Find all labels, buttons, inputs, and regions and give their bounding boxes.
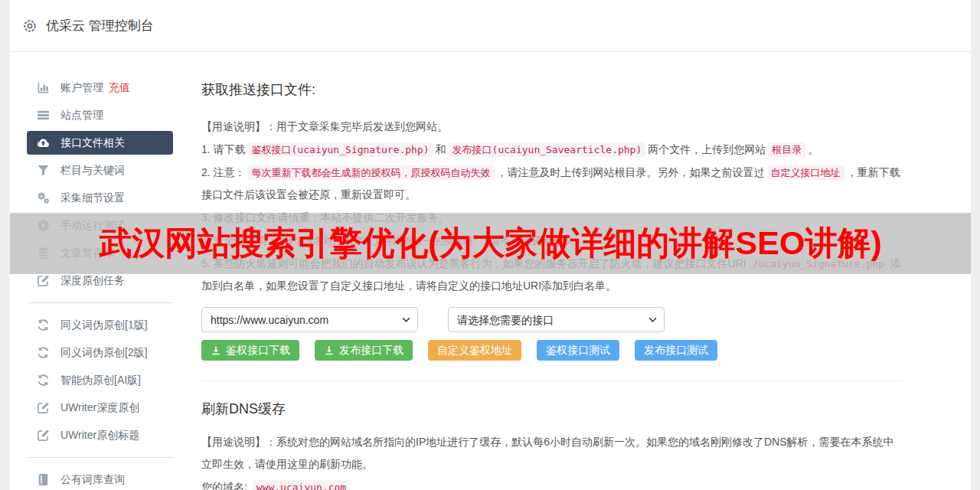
- sidebar-item-label: 公有词库查询: [60, 473, 125, 487]
- promo-banner-overlay: 武汉网站搜索引擎优化(为大家做详细的讲解SEO讲解): [10, 213, 971, 274]
- section-title-interface: 获取推送接口文件:: [201, 80, 903, 99]
- instruction-line-2: 2. 注意：每次重新下载都会生成新的授权码，原授权码自动失效，请注意及时上传到网…: [201, 162, 903, 206]
- code-highlight: 每次重新下载都会生成新的授权码，原授权码自动失效: [248, 165, 495, 180]
- code-highlight: 根目录: [768, 142, 805, 157]
- sidebar-item[interactable]: 同义词伪原创[2版]: [27, 341, 173, 364]
- refresh-icon: [37, 374, 50, 387]
- sidebar-item[interactable]: UWriter原创标题: [27, 423, 173, 447]
- action-button[interactable]: 鉴权接口下载: [201, 340, 299, 361]
- sidebar-item-label: 同义词伪原创[2版]: [60, 346, 148, 360]
- instruction-line-1: 1. 请下载鉴权接口(ucaiyun_Signature.php)和发布接口(u…: [201, 139, 903, 161]
- text-segment: 两个文件，上传到您网站: [648, 143, 766, 155]
- app-header: 优采云 管理控制台: [10, 0, 971, 52]
- edit-icon: [37, 429, 50, 442]
- text-segment: 2. 注意：: [201, 166, 246, 178]
- action-button[interactable]: 发布接口测试: [635, 340, 717, 361]
- sidebar-item[interactable]: 栏目与关键词: [27, 158, 173, 182]
- dns-usage-note: 【用途说明】：系统对您的网站域名所指向的IP地址进行了缓存，默认每6小时自动刷新…: [201, 431, 903, 475]
- app-title: 优采云 管理控制台: [46, 17, 154, 34]
- sidebar-divider: [28, 302, 173, 303]
- refresh-icon: [37, 346, 50, 359]
- select-wrap: 请选择您需要的接口: [448, 307, 665, 332]
- text-segment: 您的域名:: [201, 481, 250, 490]
- gears-icon: [37, 191, 50, 204]
- interface-select[interactable]: 请选择您需要的接口: [448, 307, 665, 332]
- action-button[interactable]: 鉴权接口测试: [537, 340, 619, 361]
- section-divider: [201, 381, 903, 381]
- code-highlight: www.ucaiyun.com: [253, 480, 350, 490]
- sidebar-item[interactable]: 同义词伪原创[1版]: [27, 313, 173, 337]
- button-label: 发布接口下载: [339, 344, 403, 358]
- sidebar-item-label: 深度原创任务: [60, 274, 125, 288]
- download-icon: [324, 345, 335, 356]
- edit-icon: [37, 401, 50, 414]
- sidebar-item[interactable]: UWriter深度原创: [27, 396, 173, 420]
- sidebar-item-label: UWriter原创标题: [60, 429, 139, 443]
- site-select[interactable]: https://www.ucaiyun.com: [201, 307, 418, 332]
- interface-buttons: 鉴权接口下载发布接口下载自定义鉴权地址鉴权接口测试发布接口测试: [201, 340, 903, 361]
- recharge-badge[interactable]: 充值: [109, 81, 130, 95]
- sidebar-item-label: 栏目与关键词: [60, 164, 125, 178]
- sidebar-item-label: 站点管理: [60, 109, 103, 122]
- action-button[interactable]: 发布接口下载: [315, 340, 413, 361]
- text-segment: 1. 请下载: [201, 143, 246, 155]
- sidebar-item-label: 接口文件相关: [60, 136, 125, 150]
- code-highlight: 自定义接口地址: [767, 165, 844, 180]
- button-label: 发布接口测试: [644, 344, 708, 358]
- refresh-icon: [37, 318, 50, 332]
- button-label: 鉴权接口下载: [226, 344, 290, 358]
- gear-icon: [22, 18, 38, 34]
- edit-icon: [37, 274, 50, 287]
- button-label: 自定义鉴权地址: [437, 344, 512, 358]
- sidebar-item[interactable]: 账户管理充值: [27, 76, 173, 100]
- sidebar-divider: [28, 457, 173, 458]
- sidebar-item-label: 智能伪原创[AI版]: [60, 374, 141, 387]
- filter-icon: [37, 164, 50, 177]
- section-title-dns: 刷新DNS缓存: [201, 400, 903, 418]
- text-segment: ，请注意及时上传到网站根目录。另外，如果之前设置过: [497, 166, 765, 178]
- bar-chart-icon: [37, 81, 50, 94]
- list-icon: [37, 109, 50, 122]
- usage-note: 【用途说明】：用于文章采集完毕后发送到您网站。: [201, 116, 903, 138]
- button-label: 鉴权接口测试: [546, 344, 610, 358]
- promo-banner-text: 武汉网站搜索引擎优化(为大家做详细的讲解SEO讲解): [99, 221, 881, 266]
- sidebar-item[interactable]: 采集细节设置: [27, 186, 173, 210]
- sidebar-item[interactable]: 公有词库查询: [27, 468, 173, 490]
- domain-line: 您的域名: www.ucaiyun.com: [201, 476, 903, 490]
- cloud-upload-icon: [37, 136, 50, 149]
- sidebar-item[interactable]: 站点管理: [27, 103, 173, 127]
- code-highlight: 发布接口(ucaiyun_Savearticle.php): [449, 142, 646, 157]
- code-highlight: 鉴权接口(ucaiyun_Signature.php): [248, 142, 433, 157]
- book-icon: [37, 473, 50, 486]
- text-segment: 。: [808, 143, 818, 155]
- sidebar-item[interactable]: 智能伪原创[AI版]: [27, 368, 173, 392]
- sidebar-item[interactable]: 接口文件相关: [27, 131, 173, 155]
- download-icon: [211, 345, 221, 356]
- sidebar-item-label: 同义词伪原创[1版]: [60, 318, 148, 332]
- interface-selects: https://www.ucaiyun.com请选择您需要的接口: [201, 307, 903, 332]
- select-wrap: https://www.ucaiyun.com: [201, 307, 418, 332]
- sidebar-item-label: 采集细节设置: [60, 191, 125, 205]
- action-button[interactable]: 自定义鉴权地址: [428, 340, 521, 361]
- sidebar-item-label: UWriter深度原创: [60, 401, 139, 415]
- sidebar-item-label: 账户管理: [60, 81, 103, 95]
- text-segment: 和: [436, 143, 446, 155]
